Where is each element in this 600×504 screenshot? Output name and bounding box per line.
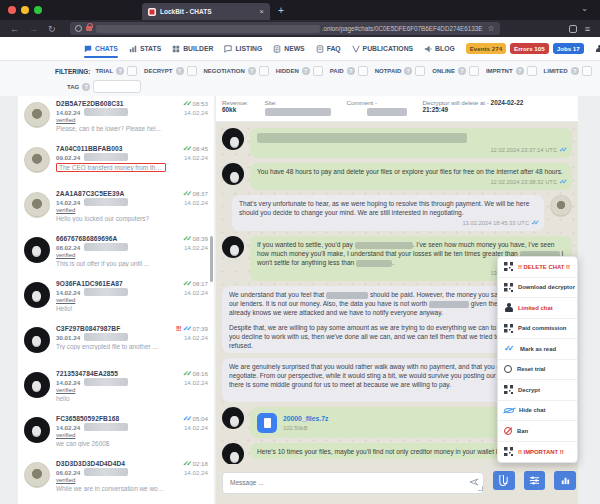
help-icon[interactable]: ? [82, 83, 90, 91]
hidden-checkbox[interactable] [313, 66, 323, 76]
notpaid-checkbox[interactable] [415, 66, 425, 76]
menu-item-decrypt[interactable]: Decrypt [498, 380, 577, 401]
shield-icon[interactable] [75, 25, 82, 32]
help-icon[interactable]: ? [116, 67, 124, 75]
chat-list-item[interactable]: 666767686869696A 08.02.24 verified This … [18, 231, 214, 276]
help-icon[interactable]: ? [176, 67, 184, 75]
list-tabs-chevron-icon[interactable]: ⌄ [581, 4, 588, 13]
menu-item-hide-chat[interactable]: Hide chat [498, 401, 577, 422]
redacted-tag [84, 468, 128, 476]
bookmark-star-icon[interactable]: ☆ [487, 24, 494, 33]
tab-news[interactable]: NEWS [273, 37, 304, 60]
resize-handle[interactable] [478, 486, 483, 491]
redacted-tag [84, 288, 128, 296]
tab-stats[interactable]: STATS [129, 37, 161, 60]
help-icon[interactable]: ? [404, 67, 412, 75]
tab-publications[interactable]: PUBLICATIONS [352, 37, 413, 60]
chat-list-item[interactable]: 7213534784EA2855 14.02.24 verified hello… [18, 366, 214, 411]
chat-list-item[interactable]: D2B5A7E2DB608C31 14.02.24 verified Pleas… [18, 96, 214, 141]
menu-item-mark-as-read[interactable]: ✓✓ Mark as read [498, 339, 577, 360]
sliders-icon [529, 475, 540, 486]
limited-checkbox[interactable] [582, 66, 592, 76]
help-icon[interactable]: ? [458, 67, 466, 75]
chat-list-item[interactable]: FC365850592FB168 14.02.24 verified we ca… [18, 411, 214, 456]
imprtnt-checkbox[interactable] [527, 66, 537, 76]
errors-badge[interactable]: Errors 105 [510, 43, 549, 54]
events-badge[interactable]: Events 274 [466, 43, 506, 54]
sidebar-scrollbar[interactable] [210, 236, 213, 282]
qr-icon [504, 447, 513, 456]
help-icon[interactable]: ? [302, 67, 310, 75]
online-checkbox[interactable] [469, 66, 479, 76]
avatar [24, 372, 50, 398]
redacted-tag [84, 198, 128, 206]
message-outgoing: That's very unfortunate to hear, as we w… [222, 195, 572, 231]
paid-checkbox[interactable] [358, 66, 368, 76]
menu-item-important[interactable]: !! IMPORTANT !! [498, 442, 577, 463]
help-icon[interactable]: ? [571, 67, 579, 75]
chat-list-item[interactable]: 9O36FA1DC961EA87 14.02.24 verified Hello… [18, 276, 214, 321]
browser-tab[interactable]: LockBit - CHATS × [142, 3, 270, 20]
lock-icon[interactable] [86, 26, 92, 31]
attach-button[interactable] [493, 471, 515, 490]
chat-list-item[interactable]: D3D3D3D3D4D4D4D4 06.02.24 verified While… [18, 456, 214, 501]
menu-item-download-decryptor[interactable]: Download decryptor [498, 278, 577, 299]
filter-trial: TRIAL ? [95, 66, 137, 76]
minimize-window-button[interactable] [21, 6, 29, 14]
filter-online: ONLINE ? [432, 66, 479, 76]
url-bar[interactable]: .onion/page#chats/0C0E5DFE6F07B6EF4DD274… [70, 22, 500, 35]
tab-blog[interactable]: BLOG [424, 37, 455, 60]
jobs-badge[interactable]: Jobs 17 [553, 43, 584, 54]
decrypt-checkbox[interactable] [187, 66, 197, 76]
tab-close-icon[interactable]: × [259, 8, 264, 16]
chat-actions-menu: !! DELETE CHAT !! Download decryptor Lim… [497, 256, 578, 463]
grid-icon [172, 45, 180, 53]
tab-faq[interactable]: FAQ [316, 37, 341, 60]
menu-item-ban[interactable]: Ban [498, 421, 577, 442]
chat-list-item[interactable]: 7A04C011BBFAB003 09.02.24 The CEO transf… [18, 141, 214, 186]
avatar [222, 407, 244, 429]
reset-circle-icon [504, 365, 512, 373]
megaphone-icon [424, 45, 432, 53]
menu-item-reset-trial[interactable]: Reset trial [498, 360, 577, 381]
redacted-tag [84, 333, 128, 341]
filter-negotiation: NEGOTIATION ? [204, 66, 269, 76]
qr-icon [504, 324, 513, 333]
qr-icon [504, 283, 513, 292]
chat-list-item[interactable]: C3F297B0847987BF 30.01.24 Try copy encry… [18, 321, 214, 366]
url-text: .onion/page#chats/0C0E5DFE6F07B6EF4DD274… [322, 25, 483, 32]
menu-item-delete-chat[interactable]: !! DELETE CHAT !! [498, 257, 577, 278]
redacted-amount [356, 260, 392, 267]
message-input[interactable] [222, 472, 484, 494]
settings-button[interactable] [524, 471, 546, 490]
menu-item-paid-commission[interactable]: Paid commission [498, 319, 577, 340]
file-link[interactable]: 20000_files.7z [283, 414, 328, 423]
reload-icon[interactable]: ↻ [48, 24, 56, 34]
negotiation-checkbox[interactable] [259, 66, 269, 76]
extension-icon[interactable] [569, 25, 577, 33]
tab-chats[interactable]: CHATS [84, 37, 118, 60]
double-check-icon: ✓✓ [183, 190, 190, 197]
menu-item-limited-chat[interactable]: Limited chat [498, 298, 577, 319]
help-icon[interactable]: ? [516, 67, 524, 75]
tag-input[interactable] [93, 80, 141, 93]
zoom-window-button[interactable] [34, 6, 42, 14]
decryptor-deadline: Decryptor will delete at - 2024-02-22 21… [423, 99, 524, 121]
help-icon[interactable]: ? [248, 67, 256, 75]
double-check-icon: ✓✓ [183, 460, 190, 467]
close-window-button[interactable] [8, 6, 16, 14]
trial-checkbox[interactable] [127, 66, 137, 76]
chat-list-item[interactable]: 2AA1A87C3C5EE39A 14.02.24 verified Hello… [18, 186, 214, 231]
tab-builder[interactable]: BUILDER [172, 37, 213, 60]
admin-menu[interactable]: admin ▾ [596, 44, 600, 53]
forward-icon[interactable]: → [29, 24, 38, 34]
hamburger-menu-icon[interactable]: ≡ [585, 24, 590, 34]
avatar [222, 443, 244, 464]
stats-button[interactable] [554, 471, 576, 490]
avatar [24, 282, 50, 308]
new-tab-button[interactable]: + [278, 5, 284, 16]
back-icon[interactable]: ← [10, 24, 19, 34]
help-icon[interactable]: ? [347, 67, 355, 75]
avatar [24, 102, 50, 128]
tab-listing[interactable]: LISTING [224, 37, 262, 60]
